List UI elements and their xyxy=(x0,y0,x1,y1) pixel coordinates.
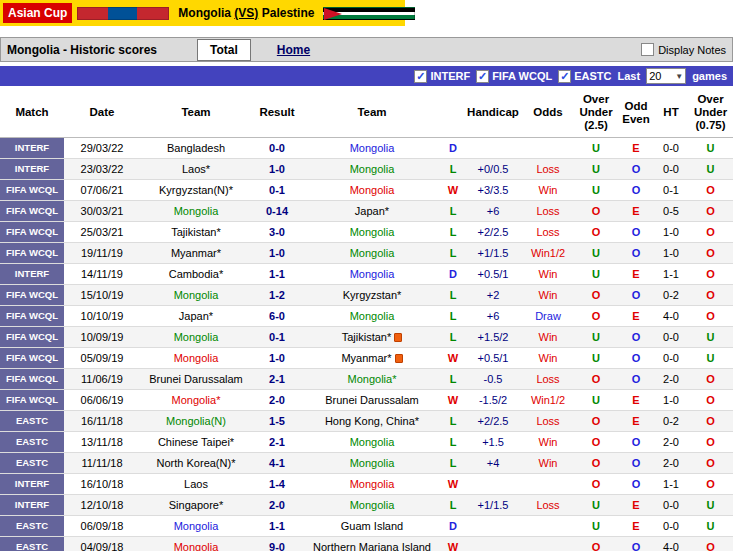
ht-score-cell: 0-1 xyxy=(654,179,688,200)
over-under-075-cell: U xyxy=(688,137,733,158)
table-row: EASTC16/11/18Mongolia(N)1-5Hong Kong, Ch… xyxy=(0,410,733,431)
table-row: FIFA WCQL05/09/19Mongolia1-0Myanmar*W+0.… xyxy=(0,347,733,368)
home-team-cell: Mongolia xyxy=(140,284,252,305)
tab-home[interactable]: Home xyxy=(265,40,322,60)
over-under-075-cell: O xyxy=(688,368,733,389)
away-team-cell: Myanmar* xyxy=(302,347,442,368)
ht-score-cell: 0-0 xyxy=(654,158,688,179)
over-under-25-cell: O xyxy=(574,284,618,305)
odd-even-cell: E xyxy=(618,410,654,431)
wdl-cell: L xyxy=(442,242,464,263)
away-team-cell: Mongolia xyxy=(302,242,442,263)
card-icon xyxy=(394,333,402,342)
over-under-075-cell: O xyxy=(688,305,733,326)
chevron-down-icon: ▼ xyxy=(675,72,683,81)
odd-even-cell: O xyxy=(618,242,654,263)
filter-interf[interactable]: ✓ INTERF xyxy=(414,70,470,83)
over-under-075-cell: U xyxy=(688,347,733,368)
odds-cell: Win xyxy=(522,179,574,200)
display-notes-checkbox[interactable] xyxy=(641,43,654,56)
odds-cell: Win xyxy=(522,263,574,284)
handicap-cell: +4 xyxy=(464,452,522,473)
over-under-075-cell: O xyxy=(688,242,733,263)
odds-cell: Loss xyxy=(522,410,574,431)
over-under-075-cell: O xyxy=(688,452,733,473)
handicap-cell: +1.5 xyxy=(464,431,522,452)
result-cell: 1-0 xyxy=(252,158,302,179)
fifa-wcql-checkbox[interactable]: ✓ xyxy=(476,70,489,83)
date-cell: 15/10/19 xyxy=(64,284,140,305)
home-team-cell: Kyrgyzstan(N)* xyxy=(140,179,252,200)
odd-even-cell: E xyxy=(618,305,654,326)
over-under-25-cell: O xyxy=(574,368,618,389)
odds-cell: Win xyxy=(522,347,574,368)
match-title: Mongolia (VS) Palestine xyxy=(174,6,318,20)
ht-score-cell: 1-0 xyxy=(654,242,688,263)
handicap-cell: +0.5/1 xyxy=(464,347,522,368)
over-under-25-cell: U xyxy=(574,158,618,179)
date-cell: 06/06/19 xyxy=(64,389,140,410)
date-cell: 25/03/21 xyxy=(64,221,140,242)
column-header: HT xyxy=(654,89,688,137)
home-team-cell: Mongolia xyxy=(140,326,252,347)
match-type-cell: FIFA WCQL xyxy=(0,389,64,410)
home-team-cell: Mongolia* xyxy=(140,389,252,410)
home-team-cell: Bangladesh xyxy=(140,137,252,158)
interf-checkbox[interactable]: ✓ xyxy=(414,70,427,83)
match-type-cell: FIFA WCQL xyxy=(0,368,64,389)
games-select[interactable]: 20 ▼ xyxy=(646,68,686,84)
wdl-cell: L xyxy=(442,368,464,389)
home-team-cell: Mongolia xyxy=(140,515,252,536)
table-body: INTERF29/03/22Bangladesh0-0MongoliaDUE0-… xyxy=(0,137,733,551)
over-under-25-cell: U xyxy=(574,326,618,347)
over-under-25-cell: U xyxy=(574,515,618,536)
result-cell: 1-1 xyxy=(252,515,302,536)
table-row: FIFA WCQL25/03/21Tajikistan*3-0MongoliaL… xyxy=(0,221,733,242)
odds-cell: Win xyxy=(522,326,574,347)
match-type-cell: INTERF xyxy=(0,137,64,158)
date-cell: 13/11/18 xyxy=(64,431,140,452)
ht-score-cell: 0-0 xyxy=(654,326,688,347)
eastc-checkbox[interactable]: ✓ xyxy=(558,70,571,83)
home-team-cell: Myanmar* xyxy=(140,242,252,263)
odds-cell: Win xyxy=(522,284,574,305)
table-row: FIFA WCQL10/10/19Japan*6-0MongoliaL+6Dra… xyxy=(0,305,733,326)
odd-even-cell: E xyxy=(618,137,654,158)
filter-fifa-wcql[interactable]: ✓ FIFA WCQL xyxy=(476,70,552,83)
odds-cell: Loss xyxy=(522,221,574,242)
result-cell: 0-0 xyxy=(252,137,302,158)
match-type-cell: FIFA WCQL xyxy=(0,242,64,263)
odds-cell xyxy=(522,515,574,536)
away-team-cell: Mongolia xyxy=(302,473,442,494)
match-type-cell: EASTC xyxy=(0,431,64,452)
table-row: EASTC06/09/18Mongolia1-1Guam IslandDUE0-… xyxy=(0,515,733,536)
result-cell: 0-1 xyxy=(252,326,302,347)
home-team-cell: Japan* xyxy=(140,305,252,326)
last-label: Last xyxy=(618,70,641,82)
wdl-cell: L xyxy=(442,494,464,515)
odd-even-cell: E xyxy=(618,389,654,410)
over-under-075-cell: O xyxy=(688,410,733,431)
home-team-cell: Laos* xyxy=(140,158,252,179)
away-team-cell: Guam Island xyxy=(302,515,442,536)
tab-total[interactable]: Total xyxy=(197,39,251,61)
table-row: FIFA WCQL11/06/19Brunei Darussalam2-1Mon… xyxy=(0,368,733,389)
away-team-cell: Japan* xyxy=(302,200,442,221)
ht-score-cell: 0-0 xyxy=(654,515,688,536)
over-under-25-cell: O xyxy=(574,473,618,494)
ht-score-cell: 0-5 xyxy=(654,200,688,221)
handicap-cell: +6 xyxy=(464,305,522,326)
ht-score-cell: 1-1 xyxy=(654,263,688,284)
filter-eastc[interactable]: ✓ EASTC xyxy=(558,70,611,83)
result-cell: 2-1 xyxy=(252,431,302,452)
column-header: Over Under (0.75) xyxy=(688,89,733,137)
over-under-075-cell: U xyxy=(688,515,733,536)
odd-even-cell: O xyxy=(618,221,654,242)
odd-even-cell: E xyxy=(618,494,654,515)
over-under-075-cell: O xyxy=(688,200,733,221)
vs-link[interactable]: (VS) xyxy=(234,6,258,20)
handicap-cell: +1/1.5 xyxy=(464,494,522,515)
wdl-cell: W xyxy=(442,347,464,368)
odds-cell: Loss xyxy=(522,200,574,221)
ht-score-cell: 0-0 xyxy=(654,137,688,158)
